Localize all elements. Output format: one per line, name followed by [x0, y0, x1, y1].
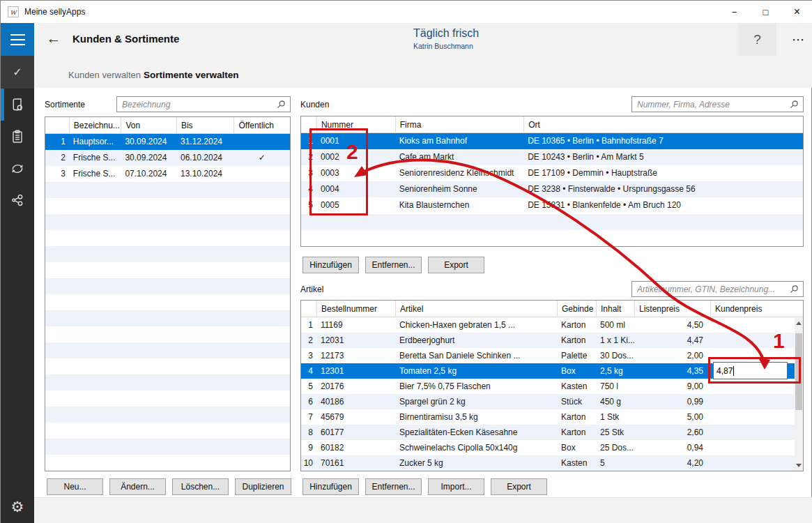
artikel-column-header-num[interactable]: [301, 301, 316, 317]
import-button[interactable]: Import...: [428, 478, 484, 495]
account-info[interactable]: Täglich frisch Katrin Buschmann: [413, 27, 479, 50]
artikel-row-3[interactable]: 312173Beretta San Daniele Schinken ...Pa…: [301, 348, 803, 363]
kunden-column-header-firma[interactable]: Firma: [395, 116, 523, 132]
artikel-row-5[interactable]: 520176Bier 7,5% 0,75 FlaschenKasten750 l…: [301, 379, 803, 394]
artikel-column-header-inhalt[interactable]: Inhalt: [596, 301, 634, 317]
tab-kunden-verwalten[interactable]: Kunden verwalten: [68, 70, 141, 80]
close-button[interactable]: ×: [781, 1, 812, 23]
artikel-cell-inhalt[interactable]: 750 l: [596, 379, 634, 394]
artikel-cell-num[interactable]: 1: [301, 317, 316, 333]
kunden-cell-num[interactable]: 4: [301, 181, 316, 197]
sortimente-column-header-oeffentlich[interactable]: Öffentlich: [233, 117, 290, 133]
sidebar-item-orders[interactable]: [1, 121, 34, 153]
artikel-column-header-gebinde[interactable]: Gebinde: [557, 301, 596, 317]
kunden-cell-firma[interactable]: Kita Blausternchen: [395, 197, 523, 213]
artikel-cell-bestellnummer[interactable]: 60182: [316, 440, 395, 455]
artikel-row-2[interactable]: 212031ErdbeerjoghurtKarton1 x 1 Ki...4,4…: [301, 333, 803, 348]
artikel-row-4[interactable]: 412301Tomaten 2,5 kgBox2,5 kg4,354,87: [301, 363, 803, 379]
sortimente-cell-bis[interactable]: 31.12.2024: [176, 134, 234, 150]
artikel-row-6[interactable]: 640186Spargel grün 2 kgStück450 g0,99: [301, 394, 803, 409]
artikel-cell-bestellnummer[interactable]: 12173: [316, 348, 395, 363]
artikel-cell-inhalt[interactable]: 1 Stk: [596, 409, 634, 425]
artikel-cell-inhalt[interactable]: 450 g: [596, 394, 634, 409]
artikel-cell-listenpreis[interactable]: 0,94: [634, 440, 710, 455]
artikel-cell-listenpreis[interactable]: 4,35: [634, 363, 710, 379]
kunden-cell-num[interactable]: 5: [301, 197, 316, 213]
scroll-up-icon[interactable]: [795, 318, 803, 328]
artikel-cell-artikel[interactable]: Erdbeerjoghurt: [395, 333, 557, 348]
artikel-cell-artikel[interactable]: Birnentiramisu 3,5 kg: [395, 409, 557, 425]
kunden-cell-firma[interactable]: Cafe am Markt: [395, 149, 523, 165]
artikel-cell-bestellnummer[interactable]: 45679: [316, 409, 395, 425]
artikel-cell-inhalt[interactable]: 500 ml: [596, 317, 634, 333]
scrollbar-thumb[interactable]: [795, 333, 802, 410]
sidebar-item-sync[interactable]: [1, 153, 34, 185]
artikel-column-header-listenpreis[interactable]: Listenpreis: [634, 301, 710, 317]
artikel-cell-gebinde[interactable]: Karton: [557, 317, 596, 333]
artikel-cell-artikel[interactable]: Zucker 5 kg: [395, 455, 557, 471]
artikel-cell-listenpreis[interactable]: 9,00: [634, 379, 710, 394]
kunden-column-header-num[interactable]: [301, 116, 316, 132]
artikel-cell-num[interactable]: 7: [301, 409, 316, 425]
artikel-cell-bestellnummer[interactable]: 20176: [316, 379, 395, 394]
artikel-cell-inhalt[interactable]: 30 Dos...: [596, 348, 634, 363]
artikel-cell-inhalt[interactable]: 2,5 kg: [596, 363, 634, 379]
kunden-cell-nummer[interactable]: 0001: [316, 133, 395, 149]
sidebar-item-share[interactable]: [1, 185, 34, 217]
artikel-cell-bestellnummer[interactable]: 12301: [316, 363, 395, 379]
more-options-button[interactable]: ⋯: [783, 23, 812, 56]
maximize-button[interactable]: □: [750, 1, 781, 23]
kunden-cell-num[interactable]: 3: [301, 165, 316, 181]
kunden-cell-ort[interactable]: DE 10365 • Berlin • Bahnhofstraße 7: [523, 133, 803, 149]
artikel-cell-gebinde[interactable]: Stück: [557, 394, 596, 409]
artikel-row-9[interactable]: 960182Schweinelachs Cipolla 50x140gBox25…: [301, 440, 803, 455]
sortimente-cell-oeffentlich[interactable]: [233, 134, 290, 150]
kunden-row-2[interactable]: 20002Cafe am MarktDE 10243 • Berlin • Am…: [301, 149, 803, 165]
artikel-cell-bestellnummer[interactable]: 11169: [316, 317, 395, 333]
artikel-cell-artikel[interactable]: Chicken-Haxen gebraten 1,5 ...: [395, 317, 557, 333]
artikel-cell-num[interactable]: 8: [301, 425, 316, 440]
sortimente-column-header-von[interactable]: Von: [121, 117, 176, 133]
artikel-cell-inhalt[interactable]: 25 Stk: [596, 425, 634, 440]
kunden-cell-firma[interactable]: Kioks am Bahnhof: [395, 133, 523, 149]
sortimente-column-header-bis[interactable]: Bis: [176, 117, 234, 133]
artikel-cell-num[interactable]: 6: [301, 394, 316, 409]
artikel-scrollbar[interactable]: [795, 318, 803, 471]
sortimente-cell-oeffentlich[interactable]: [233, 166, 290, 182]
kunden-row-3[interactable]: 30003Seniorenresidenz KleinschmidtDE 171…: [301, 165, 803, 181]
kunden-column-header-nummer[interactable]: Nummer: [316, 116, 395, 132]
artikel-cell-num[interactable]: 9: [301, 440, 316, 455]
artikel-cell-listenpreis[interactable]: 2,60: [634, 425, 710, 440]
artikel-cell-inhalt[interactable]: 25 Dos...: [596, 440, 634, 455]
artikel-cell-gebinde[interactable]: Palette: [557, 348, 596, 363]
search-icon[interactable]: [789, 100, 799, 109]
artikel-cell-listenpreis[interactable]: 5,00: [634, 409, 710, 425]
artikel-cell-listenpreis[interactable]: 4,47: [634, 333, 710, 348]
artikel-cell-kundenpreis[interactable]: [710, 455, 796, 471]
artikel-column-header-kundenpreis[interactable]: Kundenpreis: [710, 301, 796, 317]
sortimente-row-1[interactable]: 1Hauptsor...30.09.202431.12.2024: [45, 134, 290, 150]
artikel-cell-bestellnummer[interactable]: 70161: [316, 455, 395, 471]
artikel-cell-artikel[interactable]: Bier 7,5% 0,75 Flaschen: [395, 379, 557, 394]
artikel-column-header-artikel[interactable]: Artikel: [395, 301, 557, 317]
scroll-down-icon[interactable]: [795, 460, 803, 471]
artikel-cell-num[interactable]: 5: [301, 379, 316, 394]
sidebar-item-settings[interactable]: ⚙: [1, 490, 34, 523]
sortimente-cell-bezeichnung[interactable]: Frische S...: [69, 150, 121, 166]
kunden-cell-nummer[interactable]: 0004: [316, 181, 395, 197]
artikel-cell-listenpreis[interactable]: 0,99: [634, 394, 710, 409]
hinzufügen-button[interactable]: Hinzufügen: [302, 257, 359, 273]
artikel-cell-kundenpreis[interactable]: [710, 379, 796, 394]
artikel-row-7[interactable]: 745679Birnentiramisu 3,5 kgKarton1 Stk5,…: [301, 409, 803, 425]
sortimente-cell-bezeichnung[interactable]: Frische S...: [69, 166, 121, 182]
kunden-row-1[interactable]: 10001Kioks am BahnhofDE 10365 • Berlin •…: [301, 133, 803, 149]
artikel-cell-kundenpreis[interactable]: [710, 394, 796, 409]
artikel-cell-gebinde[interactable]: Box: [557, 363, 596, 379]
kunden-search-input[interactable]: [632, 97, 789, 112]
artikel-cell-artikel[interactable]: Tomaten 2,5 kg: [395, 363, 557, 379]
artikel-cell-listenpreis[interactable]: 4,50: [634, 317, 710, 333]
artikel-column-header-bestellnummer[interactable]: Bestellnummer: [316, 301, 395, 317]
löschen-button[interactable]: Löschen...: [172, 478, 229, 495]
kunden-row-4[interactable]: 40004Seniorenheim SonneDE 3238 • Finster…: [301, 181, 803, 197]
duplizieren-button[interactable]: Duplizieren: [235, 478, 291, 495]
